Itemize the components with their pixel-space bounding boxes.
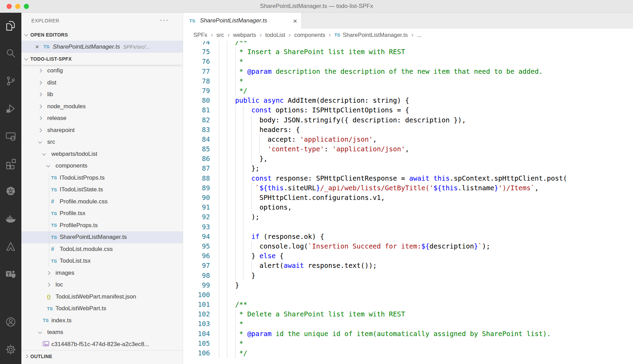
- code-line[interactable]: 87 };: [183, 164, 633, 173]
- code-line[interactable]: 75 * Insert a SharePoint list item with …: [183, 47, 633, 57]
- tree-item[interactable]: TSITodoListState.ts: [21, 184, 183, 196]
- tree-item[interactable]: components: [21, 160, 183, 172]
- breadcrumb-item[interactable]: SPFx: [193, 32, 207, 38]
- tree-item[interactable]: TSindex.ts: [21, 315, 183, 327]
- code-line[interactable]: 103 *: [183, 319, 633, 329]
- code-line[interactable]: 77 * @param description the description …: [183, 67, 633, 77]
- line-number[interactable]: 84: [183, 135, 210, 144]
- line-number[interactable]: 97: [183, 261, 210, 271]
- tree-item[interactable]: release: [21, 112, 183, 124]
- code-line[interactable]: 76 *: [183, 57, 633, 67]
- activity-item-azure[interactable]: [0, 233, 21, 261]
- line-number[interactable]: 96: [183, 251, 210, 261]
- code-line[interactable]: 93: [183, 222, 633, 232]
- line-number[interactable]: 95: [183, 242, 210, 251]
- code-line[interactable]: 80 public async AddItem(description: str…: [183, 96, 633, 105]
- line-number[interactable]: 98: [183, 271, 210, 281]
- zoom-window-button[interactable]: [24, 4, 29, 9]
- line-number[interactable]: 106: [183, 348, 210, 358]
- tree-item[interactable]: TSTodoListWebPart.ts: [21, 303, 183, 315]
- line-number[interactable]: 99: [183, 281, 210, 290]
- line-number[interactable]: 88: [183, 174, 210, 183]
- close-editor-icon[interactable]: ×: [35, 43, 43, 51]
- code-line[interactable]: 102 * Delete a SharePoint list item with…: [183, 310, 633, 319]
- line-number[interactable]: 74: [183, 41, 210, 47]
- line-number[interactable]: 75: [183, 47, 210, 57]
- tree-item[interactable]: c314487b-f51c-474d-823e-a2c3ec8...: [21, 338, 183, 351]
- line-number[interactable]: 89: [183, 183, 210, 193]
- code-line[interactable]: 106 */: [183, 348, 633, 358]
- line-number[interactable]: 76: [183, 57, 210, 67]
- code-line[interactable]: 86 },: [183, 154, 633, 164]
- line-number[interactable]: 103: [183, 319, 210, 329]
- tree-item[interactable]: teams: [21, 326, 183, 338]
- code-line[interactable]: 100: [183, 290, 633, 300]
- line-number[interactable]: 91: [183, 203, 210, 212]
- code-line[interactable]: 90 SPHttpClient.configurations.v1,: [183, 193, 633, 203]
- section-outline[interactable]: OUTLINE: [21, 350, 183, 362]
- code-line[interactable]: 84 accept: 'application/json',: [183, 135, 633, 144]
- line-number[interactable]: 102: [183, 310, 210, 319]
- tree-item[interactable]: TSITodoListProps.ts: [21, 172, 183, 184]
- line-number[interactable]: 87: [183, 164, 210, 173]
- line-number[interactable]: 101: [183, 300, 210, 310]
- code-line[interactable]: 79 */: [183, 86, 633, 96]
- tab-close-icon[interactable]: ×: [293, 17, 297, 24]
- tree-item[interactable]: #TodoList.module.css: [21, 243, 183, 255]
- breadcrumb-item[interactable]: TSSharePointListManager.ts: [334, 32, 408, 38]
- line-number[interactable]: 105: [183, 339, 210, 348]
- code-line[interactable]: 99 }: [183, 281, 633, 290]
- section-open-editors[interactable]: OPEN EDITORS: [21, 29, 183, 41]
- line-number[interactable]: 80: [183, 96, 210, 105]
- line-number[interactable]: 92: [183, 212, 210, 222]
- tree-item[interactable]: TSProfileProps.ts: [21, 220, 183, 232]
- code-line[interactable]: 91 options,: [183, 203, 633, 212]
- close-window-button[interactable]: [7, 4, 12, 9]
- tree-item[interactable]: node_modules: [21, 101, 183, 113]
- code-line[interactable]: 94 if (response.ok) {: [183, 232, 633, 242]
- breadcrumb-item[interactable]: src: [217, 32, 224, 38]
- code-line[interactable]: 96 } else {: [183, 251, 633, 261]
- tree-item[interactable]: TSProfile.tsx: [21, 208, 183, 220]
- code-line[interactable]: 97 alert(await response.text());: [183, 261, 633, 271]
- code-line[interactable]: 95 console.log(`Insertion Succeed for it…: [183, 242, 633, 251]
- line-number[interactable]: 104: [183, 329, 210, 339]
- code-line[interactable]: 78 *: [183, 77, 633, 86]
- code-line[interactable]: 98 }: [183, 271, 633, 281]
- activity-item-extensions[interactable]: [0, 151, 21, 178]
- explorer-more-actions-icon[interactable]: ···: [160, 16, 169, 24]
- code-line[interactable]: 104 * @param id the unique id of item(au…: [183, 329, 633, 339]
- activity-item-search[interactable]: [0, 40, 21, 68]
- tree-item[interactable]: loc: [21, 279, 183, 291]
- activity-item-teams-toolkit[interactable]: [0, 261, 21, 289]
- line-number[interactable]: 94: [183, 232, 210, 242]
- activity-item-kubernetes[interactable]: [0, 178, 21, 206]
- activity-item-docker[interactable]: [0, 206, 21, 233]
- tree-item[interactable]: webparts/todoList: [21, 148, 183, 160]
- line-number[interactable]: 100: [183, 290, 210, 300]
- line-number[interactable]: 81: [183, 105, 210, 115]
- tree-item[interactable]: TSTodoList.tsx: [21, 255, 183, 267]
- tree-item[interactable]: sharepoint: [21, 124, 183, 136]
- tree-item[interactable]: #Profile.module.css: [21, 196, 183, 208]
- line-number[interactable]: 83: [183, 125, 210, 135]
- activity-item-accounts[interactable]: [0, 309, 21, 336]
- minimize-window-button[interactable]: [15, 4, 20, 9]
- code-line[interactable]: 85 'content-type': 'application/json',: [183, 144, 633, 154]
- line-number[interactable]: 77: [183, 67, 210, 77]
- code-line[interactable]: 101 /**: [183, 300, 633, 310]
- tree-item[interactable]: src: [21, 136, 183, 148]
- line-number[interactable]: 86: [183, 154, 210, 164]
- tree-item[interactable]: lib: [21, 89, 183, 101]
- code-line[interactable]: 88 const response: SPHttpClientResponse …: [183, 174, 633, 183]
- activity-item-run-debug[interactable]: [0, 95, 21, 123]
- line-number[interactable]: 79: [183, 86, 210, 96]
- code-line[interactable]: 89 `${this.siteURL}/_api/web/lists/GetBy…: [183, 183, 633, 193]
- activity-item-remote-explorer[interactable]: [0, 123, 21, 151]
- tree-item[interactable]: dist: [21, 77, 183, 89]
- section-workspace-root[interactable]: TODO-LIST-SPFX: [21, 53, 183, 65]
- code-editor[interactable]: 74 /**75 * Insert a SharePoint list item…: [183, 41, 633, 364]
- activity-item-source-control[interactable]: [0, 68, 21, 95]
- line-number[interactable]: 82: [183, 115, 210, 125]
- code-line[interactable]: 105 *: [183, 339, 633, 348]
